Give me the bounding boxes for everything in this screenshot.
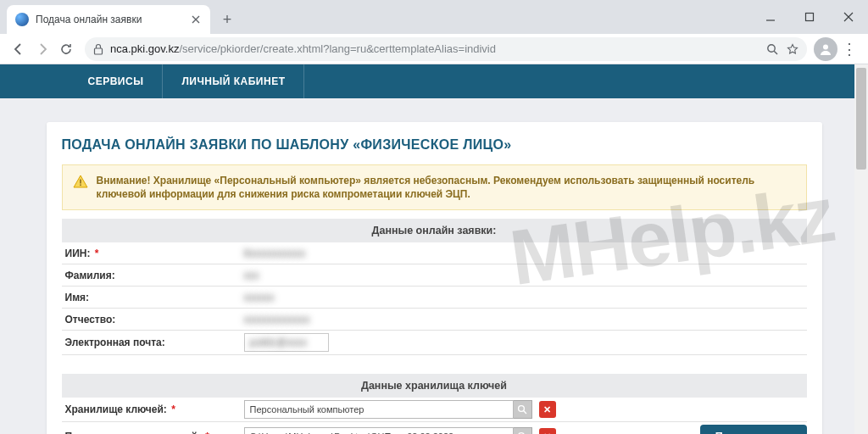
tab-close-icon[interactable] <box>190 14 202 25</box>
section-request-data: Данные онлайн заявки: <box>62 219 807 242</box>
required-mark: * <box>169 403 175 415</box>
address-bar: nca.pki.gov.kz/service/pkiorder/create.x… <box>0 34 868 64</box>
lock-icon <box>93 43 103 55</box>
nav-cabinet[interactable]: ЛИЧНЫЙ КАБИНЕТ <box>163 64 304 98</box>
warning-text: Внимание! Хранилище «Персональный компью… <box>97 174 796 201</box>
value-email-box: public@xxxx <box>244 333 329 352</box>
minimize-button[interactable] <box>751 0 790 34</box>
label-patronymic: Отчество: <box>62 314 244 326</box>
row-email: Электронная почта: public@xxxx <box>62 331 807 355</box>
warning-alert: Внимание! Хранилище «Персональный компью… <box>62 164 807 210</box>
new-tab-button[interactable]: + <box>215 8 239 31</box>
page-title: ПОДАЧА ОНЛАЙН ЗАЯВКИ ПО ШАБЛОНУ «ФИЗИЧЕС… <box>62 137 807 153</box>
keypath-input[interactable] <box>244 427 514 434</box>
form-card: ПОДАЧА ОНЛАЙН ЗАЯВКИ ПО ШАБЛОНУ «ФИЗИЧЕС… <box>47 122 822 434</box>
value-iin: 8xxxxxxxxxxx <box>244 248 306 259</box>
url-text: nca.pki.gov.kz/service/pkiorder/create.x… <box>110 42 496 55</box>
required-mark: * <box>92 248 98 259</box>
value-email: public@xxxx <box>250 337 308 348</box>
browser-tab[interactable]: Подача онлайн заявки <box>7 5 210 34</box>
svg-point-3 <box>823 44 828 49</box>
browser-menu-button[interactable]: ⋮ <box>837 40 861 58</box>
label-iin: ИИН: <box>65 248 91 259</box>
value-surname: xxx <box>244 270 259 281</box>
close-window-button[interactable] <box>829 0 868 34</box>
row-keystore: Хранилище ключей: * ✕ <box>62 398 807 422</box>
window-controls <box>751 0 868 34</box>
star-icon[interactable] <box>787 43 798 55</box>
keypath-clear-button[interactable]: ✕ <box>539 428 556 434</box>
zoom-icon[interactable] <box>766 43 778 55</box>
svg-rect-4 <box>80 180 81 184</box>
svg-point-6 <box>519 406 525 412</box>
keystore-browse-button[interactable] <box>514 400 532 419</box>
warning-icon <box>73 174 88 201</box>
maximize-button[interactable] <box>790 0 829 34</box>
scrollbar-thumb[interactable] <box>856 68 866 170</box>
submit-button[interactable]: Подать заявку <box>700 425 807 434</box>
svg-point-2 <box>768 44 775 51</box>
keystore-clear-button[interactable]: ✕ <box>539 401 556 418</box>
row-patronymic: Отчество: xxxxxxxxxxxxx <box>62 309 807 331</box>
required-mark: * <box>203 431 209 434</box>
keystore-input[interactable] <box>244 400 514 419</box>
svg-rect-1 <box>95 48 103 54</box>
value-name: xxxxxx <box>244 292 275 303</box>
forward-button[interactable] <box>31 37 54 61</box>
label-email: Электронная почта: <box>62 337 244 348</box>
svg-rect-0 <box>806 14 814 21</box>
tab-favicon <box>15 13 29 26</box>
row-iin: ИИН: * 8xxxxxxxxxxx <box>62 242 807 264</box>
label-keypath: Путь к хранилищу ключей: <box>65 431 201 434</box>
page-viewport: MHelp.kz СЕРВИСЫ ЛИЧНЫЙ КАБИНЕТ ПОДАЧА О… <box>0 64 868 434</box>
svg-rect-5 <box>80 185 81 186</box>
value-patronymic: xxxxxxxxxxxxx <box>244 314 310 326</box>
row-name: Имя: xxxxxx <box>62 287 807 309</box>
browser-tab-strip: Подача онлайн заявки + <box>0 0 868 34</box>
row-surname: Фамилия: xxx <box>62 264 807 287</box>
label-name: Имя: <box>62 292 244 303</box>
reload-button[interactable] <box>54 37 78 61</box>
keypath-browse-button[interactable] <box>514 427 532 434</box>
top-nav: СЕРВИСЫ ЛИЧНЫЙ КАБИНЕТ <box>0 64 868 98</box>
label-keystore: Хранилище ключей: <box>65 403 167 415</box>
section-keystore: Данные хранилища ключей <box>62 374 807 398</box>
profile-avatar[interactable] <box>814 37 837 61</box>
label-surname: Фамилия: <box>62 270 244 281</box>
back-button[interactable] <box>7 37 31 61</box>
nav-services[interactable]: СЕРВИСЫ <box>70 64 164 98</box>
tab-title: Подача онлайн заявки <box>36 14 190 25</box>
row-keypath: Путь к хранилищу ключей: * ✕ Подать заяв… <box>62 422 807 434</box>
omnibox[interactable]: nca.pki.gov.kz/service/pkiorder/create.x… <box>85 37 807 61</box>
omnibox-actions <box>766 43 798 55</box>
scrollbar-track[interactable] <box>854 64 868 434</box>
